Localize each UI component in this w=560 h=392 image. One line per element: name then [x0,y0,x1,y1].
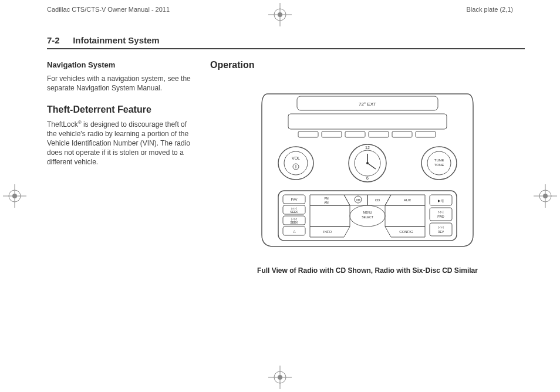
crop-mark-right [534,184,557,208]
svg-rect-21 [369,131,389,137]
svg-text:VOL: VOL [292,156,300,160]
theft-body: TheftLock® is designed to discourage the… [47,120,194,167]
svg-text:FM: FM [324,197,328,200]
figure-caption: Full View of Radio with CD Shown, Radio … [257,266,478,275]
volume-knob: VOL [278,147,313,180]
theft-body-pre: TheftLock [47,120,78,129]
radio-figure: 72° EXT [256,88,479,252]
svg-rect-17 [288,114,447,129]
theft-heading: Theft-Deterrent Feature [47,103,194,116]
svg-text:6: 6 [366,176,369,180]
section-title: Infotainment System [73,35,160,45]
ext-temp-label: 72° EXT [359,102,376,107]
svg-text:▷▷|: ▷▷| [438,210,443,214]
svg-line-38 [367,163,376,169]
plate-label: Black plate (2,1) [467,6,513,13]
svg-text:AM: AM [324,201,329,204]
left-column: Navigation System For vehicles with a na… [47,60,194,275]
svg-text:SELECT: SELECT [362,215,373,219]
svg-text:△: △ [293,229,296,233]
svg-text:MENU: MENU [363,211,372,214]
svg-text:XM: XM [356,198,360,202]
svg-text:AUX: AUX [404,198,411,202]
nav-heading: Navigation System [47,60,194,70]
crop-mark-left [3,184,26,208]
manual-title: Cadillac CTS/CTS-V Owner Manual - 2011 [47,6,170,13]
right-column: Operation 72° EXT [210,60,525,275]
svg-point-25 [284,151,308,175]
svg-rect-19 [322,131,342,137]
nav-body: For vehicles with a navigation system, s… [47,74,194,93]
section-header: 7-2 Infotainment System [47,35,525,49]
svg-text:REV: REV [438,230,444,234]
svg-text:SEEK: SEEK [290,210,298,214]
preset-buttons [298,131,436,137]
svg-text:▶/∥: ▶/∥ [438,199,444,203]
svg-rect-23 [416,131,436,137]
svg-text:CD: CD [375,198,380,202]
svg-text:12: 12 [365,146,370,150]
svg-text:SEEK: SEEK [290,221,298,224]
svg-point-39 [366,162,369,164]
section-number: 7-2 [47,35,60,45]
svg-text:INFO: INFO [323,230,332,234]
svg-rect-20 [345,131,365,137]
svg-text:TONE: TONE [434,163,444,167]
document-header: Cadillac CTS/CTS-V Owner Manual - 2011 B… [47,6,513,13]
svg-text:FAV: FAV [291,198,298,201]
svg-text:|◁◁: |◁◁ [438,225,443,229]
page-body: 7-2 Infotainment System Navigation Syste… [47,35,525,369]
clock-dial: 12 6 [349,144,386,182]
crop-mark-bottom [268,366,292,389]
svg-text:CONFIG: CONFIG [399,230,413,234]
svg-text:TUNE: TUNE [434,158,444,162]
tune-tone-knob: TUNE TONE [421,147,457,180]
operation-heading: Operation [210,60,525,70]
svg-rect-18 [298,131,318,137]
svg-rect-22 [392,131,412,137]
svg-text:FWD: FWD [437,215,444,218]
